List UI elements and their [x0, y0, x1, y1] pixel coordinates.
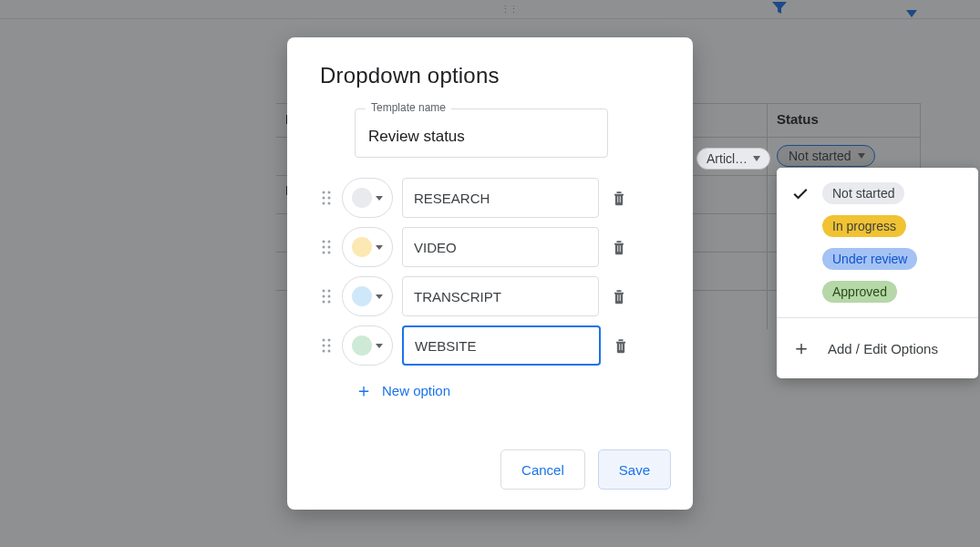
- dialog-title: Dropdown options: [320, 63, 660, 88]
- svg-point-14: [323, 295, 325, 298]
- color-picker-button[interactable]: [342, 276, 393, 316]
- template-name-field: Template name: [355, 108, 608, 158]
- status-dropdown-menu: Not startedIn progressUnder reviewApprov…: [777, 168, 978, 378]
- drag-handle-icon[interactable]: [320, 191, 333, 205]
- menu-divider: [777, 317, 978, 318]
- svg-point-20: [323, 345, 325, 347]
- template-name-label: Template name: [366, 101, 451, 114]
- status-menu-item[interactable]: Not started: [777, 177, 978, 210]
- status-pill: In progress: [822, 215, 906, 237]
- article-chip[interactable]: Articl…: [696, 148, 770, 170]
- add-edit-options-button[interactable]: ＋ Add / Edit Options: [777, 327, 978, 369]
- status-menu-item[interactable]: In progress: [777, 210, 978, 243]
- svg-point-15: [328, 295, 331, 298]
- svg-point-7: [328, 241, 331, 243]
- delete-option-button[interactable]: [608, 236, 630, 258]
- delete-option-button[interactable]: [608, 285, 630, 307]
- color-picker-button[interactable]: [342, 227, 393, 267]
- svg-point-13: [328, 290, 331, 293]
- option-label-input[interactable]: [402, 178, 599, 218]
- add-edit-label: Add / Edit Options: [828, 341, 938, 356]
- status-menu-item[interactable]: Under review: [777, 243, 978, 275]
- dropdown-options-dialog: Dropdown options Template name ＋ New opt…: [287, 37, 693, 510]
- option-label-input[interactable]: [402, 325, 601, 366]
- svg-point-21: [328, 345, 331, 347]
- svg-point-19: [328, 339, 331, 342]
- drag-handle-icon[interactable]: [320, 289, 333, 304]
- svg-point-5: [328, 202, 331, 205]
- delete-option-button[interactable]: [610, 335, 632, 356]
- color-swatch: [352, 286, 372, 306]
- svg-point-1: [328, 191, 331, 194]
- drag-handle-icon[interactable]: [320, 240, 333, 254]
- chevron-down-icon: [753, 156, 760, 161]
- svg-point-16: [323, 301, 325, 304]
- color-swatch: [352, 335, 372, 356]
- option-row: [320, 227, 660, 267]
- template-name-input[interactable]: [355, 108, 608, 158]
- color-picker-button[interactable]: [342, 325, 393, 366]
- plus-icon: ＋: [791, 335, 811, 362]
- status-menu-item[interactable]: Approved: [777, 275, 978, 308]
- svg-point-17: [328, 301, 331, 304]
- svg-point-6: [323, 241, 325, 243]
- cancel-button[interactable]: Cancel: [500, 449, 585, 490]
- color-swatch: [352, 237, 372, 257]
- option-row: [320, 325, 660, 366]
- status-pill: Under review: [822, 248, 917, 270]
- drag-handle-icon[interactable]: [320, 338, 333, 353]
- save-button[interactable]: Save: [598, 449, 671, 490]
- svg-point-2: [323, 197, 325, 200]
- svg-point-9: [328, 246, 331, 249]
- check-icon: [791, 184, 811, 202]
- color-picker-button[interactable]: [342, 178, 393, 218]
- option-row: [320, 276, 660, 316]
- option-label-input[interactable]: [402, 276, 599, 316]
- new-option-button[interactable]: ＋ New option: [355, 378, 660, 403]
- option-row: [320, 178, 660, 218]
- svg-point-3: [328, 197, 331, 200]
- svg-point-23: [328, 350, 331, 353]
- svg-point-4: [323, 202, 325, 205]
- svg-point-10: [323, 252, 325, 254]
- article-chip-label: Articl…: [707, 151, 748, 166]
- svg-point-18: [323, 339, 325, 342]
- plus-icon: ＋: [355, 378, 373, 403]
- dialog-actions: Cancel Save: [500, 449, 671, 490]
- svg-point-11: [328, 252, 331, 254]
- option-label-input[interactable]: [402, 227, 599, 267]
- color-swatch: [352, 188, 372, 208]
- new-option-label: New option: [382, 383, 450, 398]
- status-pill: Not started: [822, 182, 904, 204]
- status-pill: Approved: [822, 281, 897, 303]
- svg-point-22: [323, 350, 325, 353]
- svg-point-12: [323, 290, 325, 293]
- svg-point-0: [323, 191, 325, 194]
- delete-option-button[interactable]: [608, 187, 630, 209]
- svg-point-8: [323, 246, 325, 249]
